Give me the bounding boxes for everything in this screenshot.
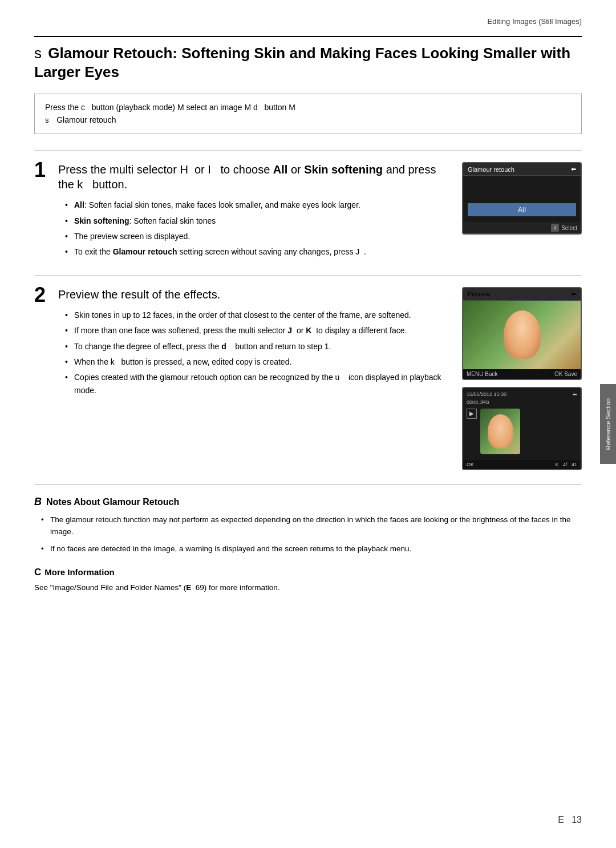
info-play-icon: ▶ <box>467 409 477 419</box>
main-title: s Glamour Retouch: Softening Skin and Ma… <box>34 36 582 81</box>
more-info-heading: C More Information <box>34 567 582 578</box>
step1-bullet1: All: Soften facial skin tones, make face… <box>65 199 445 211</box>
camera-icon: ⬅ <box>571 165 576 173</box>
notes-list: The glamour retouch function may not per… <box>34 514 582 555</box>
preview-save-label: OK Save <box>554 371 577 377</box>
page-container: Editing Images (Still Images) s Glamour … <box>0 0 616 848</box>
step2-number: 2 <box>34 285 50 470</box>
step2-inner: 2 Preview the result of the effects. Ski… <box>34 287 582 470</box>
select-btn-icon: J <box>551 224 559 232</box>
step2-content: Preview the result of the effects. Skin … <box>58 287 462 470</box>
preview-back-label: MENU Back <box>467 371 497 377</box>
more-info-letter: C <box>34 567 41 578</box>
instruction-box: Press the c button (playback mode) M sel… <box>34 94 582 134</box>
step2-image: Preview ⬅ MENU Back OK Save <box>462 287 582 470</box>
side-tab: Reference Section <box>600 384 616 464</box>
step2-bullet4: When the k button is pressed, a new, edi… <box>65 356 445 368</box>
step2-bullet3: To change the degree of effect, press th… <box>65 340 445 353</box>
step1-bullet3: The preview screen is displayed. <box>65 230 445 243</box>
info-date: 15/05/2012 15:30 <box>467 391 506 397</box>
step1-bullet2: Skin softening: Soften facial skin tones <box>65 215 445 227</box>
step1-number: 1 <box>34 160 50 261</box>
camera-screen-header: Glamour retouch ⬅ <box>463 163 581 176</box>
camera-screen-body: All <box>463 176 581 222</box>
page-number: 13 <box>572 815 582 825</box>
step1-content: Press the multi selector H or I to choos… <box>58 162 462 261</box>
info-filename: 0004.JPG <box>467 399 577 405</box>
notes-heading: B Notes About Glamour Retouch <box>34 496 582 508</box>
step1-section: 1 Press the multi selector H or I to cho… <box>34 150 582 261</box>
step2-bullets: Skin tones in up to 12 faces, in the ord… <box>58 309 445 397</box>
preview-header: Preview ⬅ <box>463 288 581 301</box>
top-label: Editing Images (Still Images) <box>34 17 582 26</box>
step2-bullet1: Skin tones in up to 12 faces, in the ord… <box>65 309 445 321</box>
preview-icon: ⬅ <box>571 290 576 298</box>
preview-title: Preview <box>468 290 490 297</box>
step1-heading: Press the multi selector H or I to choos… <box>58 162 445 192</box>
camera-selected-item: All <box>468 203 576 216</box>
more-info-title: More Information <box>44 567 115 577</box>
step1-inner: 1 Press the multi selector H or I to cho… <box>34 162 582 261</box>
step1-camera-screen: Glamour retouch ⬅ All J Select <box>462 162 582 235</box>
info-row-top: 15/05/2012 15:30 ⬅ <box>467 391 577 397</box>
info-screen-body: 15/05/2012 15:30 ⬅ 0004.JPG ▶ <box>463 388 581 458</box>
step2-heading: Preview the result of the effects. <box>58 287 445 302</box>
info-photo-area: ▶ <box>467 409 577 454</box>
more-info-section: C More Information See "Image/Sound File… <box>34 567 582 594</box>
side-tab-text: Reference Section <box>605 398 611 450</box>
info-footer: OK K 4/ 41 <box>463 460 581 469</box>
preview-footer: MENU Back OK Save <box>463 369 581 379</box>
info-photo-bg <box>480 409 520 454</box>
step2-preview-screen: Preview ⬅ MENU Back OK Save <box>462 287 582 380</box>
info-footer-left: OK <box>467 462 474 467</box>
step1-bullets: All: Soften facial skin tones, make face… <box>58 199 445 259</box>
info-footer-right: K 4/ 41 <box>555 462 577 467</box>
preview-photo-area <box>463 301 581 369</box>
notes-bullet1: The glamour retouch function may not per… <box>41 514 582 538</box>
notes-title: Notes About Glamour Retouch <box>46 497 179 507</box>
title-letter: s <box>34 45 42 62</box>
info-face <box>488 414 513 449</box>
step2-info-screen: 15/05/2012 15:30 ⬅ 0004.JPG ▶ <box>462 387 582 470</box>
notes-bullet2: If no faces are detected in the image, a… <box>41 543 582 555</box>
info-cam-icon: ⬅ <box>573 391 577 397</box>
instruction-line1: Press the c button (playback mode) M sel… <box>45 101 571 114</box>
select-label: Select <box>561 225 577 231</box>
page-footer-prefix: E <box>558 815 564 825</box>
camera-title: Glamour retouch <box>468 166 514 173</box>
step1-bullet4: To exit the Glamour retouch setting scre… <box>65 245 445 258</box>
notes-section: B Notes About Glamour Retouch The glamou… <box>34 484 582 555</box>
notes-letter: B <box>34 496 42 508</box>
instruction-line2: s Glamour retouch <box>45 114 571 127</box>
page-footer: E 13 <box>558 815 582 825</box>
step2-bullet5: Copies created with the glamour retouch … <box>65 371 445 397</box>
step1-image: Glamour retouch ⬅ All J Select <box>462 162 582 261</box>
step2-bullet2: If more than one face was softened, pres… <box>65 324 445 337</box>
camera-footer: J Select <box>463 222 581 233</box>
title-text: Glamour Retouch: Softening Skin and Maki… <box>34 45 570 80</box>
more-info-text: See "Image/Sound File and Folder Names" … <box>34 582 582 594</box>
step2-section: 2 Preview the result of the effects. Ski… <box>34 275 582 470</box>
